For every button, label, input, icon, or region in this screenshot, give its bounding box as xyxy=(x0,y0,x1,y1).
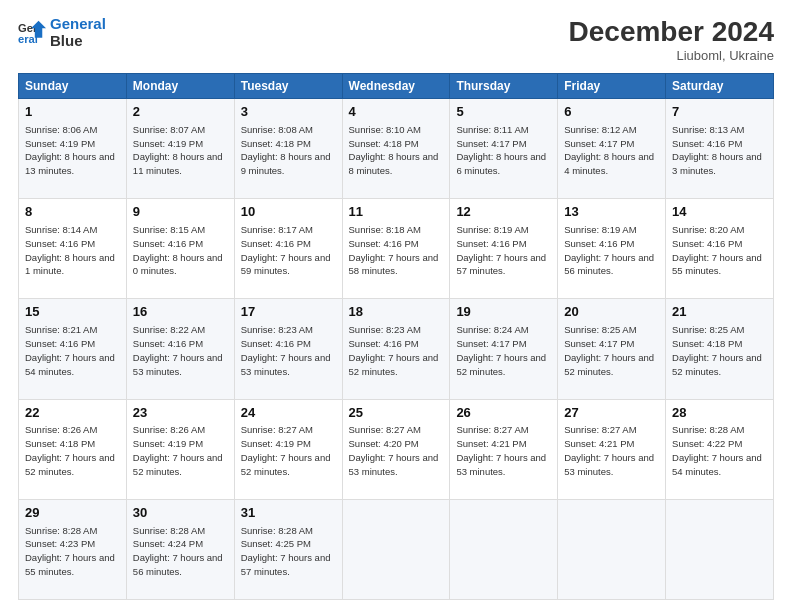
sunset-label: Sunset: 4:16 PM xyxy=(241,238,311,249)
day-number: 11 xyxy=(349,203,444,222)
sunset-label: Sunset: 4:19 PM xyxy=(25,138,95,149)
calendar-row: 22Sunrise: 8:26 AMSunset: 4:18 PMDayligh… xyxy=(19,399,774,499)
location-subtitle: Liuboml, Ukraine xyxy=(569,48,774,63)
day-number: 10 xyxy=(241,203,336,222)
col-thursday: Thursday xyxy=(450,74,558,99)
sunset-label: Sunset: 4:17 PM xyxy=(456,338,526,349)
daylight-label: Daylight: 7 hours and 58 minutes. xyxy=(349,252,439,277)
sunset-label: Sunset: 4:17 PM xyxy=(564,338,634,349)
logo-text: GeneralBlue xyxy=(50,16,106,49)
sunset-label: Sunset: 4:22 PM xyxy=(672,438,742,449)
logo-icon: Gen eral xyxy=(18,19,46,47)
calendar-cell: 23Sunrise: 8:26 AMSunset: 4:19 PMDayligh… xyxy=(126,399,234,499)
sunrise-label: Sunrise: 8:27 AM xyxy=(241,424,313,435)
sunrise-label: Sunrise: 8:06 AM xyxy=(25,124,97,135)
day-number: 23 xyxy=(133,404,228,423)
calendar-cell: 12Sunrise: 8:19 AMSunset: 4:16 PMDayligh… xyxy=(450,199,558,299)
daylight-label: Daylight: 7 hours and 52 minutes. xyxy=(25,452,115,477)
weekday-header-row: Sunday Monday Tuesday Wednesday Thursday… xyxy=(19,74,774,99)
sunrise-label: Sunrise: 8:21 AM xyxy=(25,324,97,335)
daylight-label: Daylight: 7 hours and 52 minutes. xyxy=(456,352,546,377)
sunrise-label: Sunrise: 8:12 AM xyxy=(564,124,636,135)
day-number: 18 xyxy=(349,303,444,322)
daylight-label: Daylight: 8 hours and 9 minutes. xyxy=(241,151,331,176)
calendar-row: 29Sunrise: 8:28 AMSunset: 4:23 PMDayligh… xyxy=(19,499,774,599)
sunrise-label: Sunrise: 8:25 AM xyxy=(564,324,636,335)
day-number: 12 xyxy=(456,203,551,222)
daylight-label: Daylight: 8 hours and 0 minutes. xyxy=(133,252,223,277)
daylight-label: Daylight: 7 hours and 52 minutes. xyxy=(349,352,439,377)
sunrise-label: Sunrise: 8:26 AM xyxy=(133,424,205,435)
sunrise-label: Sunrise: 8:15 AM xyxy=(133,224,205,235)
sunset-label: Sunset: 4:18 PM xyxy=(672,338,742,349)
calendar-cell: 7Sunrise: 8:13 AMSunset: 4:16 PMDaylight… xyxy=(666,99,774,199)
daylight-label: Daylight: 8 hours and 13 minutes. xyxy=(25,151,115,176)
daylight-label: Daylight: 7 hours and 52 minutes. xyxy=(133,452,223,477)
sunrise-label: Sunrise: 8:23 AM xyxy=(349,324,421,335)
sunset-label: Sunset: 4:16 PM xyxy=(672,138,742,149)
day-number: 5 xyxy=(456,103,551,122)
day-number: 13 xyxy=(564,203,659,222)
day-number: 14 xyxy=(672,203,767,222)
day-number: 8 xyxy=(25,203,120,222)
daylight-label: Daylight: 7 hours and 53 minutes. xyxy=(349,452,439,477)
sunset-label: Sunset: 4:17 PM xyxy=(456,138,526,149)
daylight-label: Daylight: 7 hours and 53 minutes. xyxy=(241,352,331,377)
day-number: 17 xyxy=(241,303,336,322)
sunrise-label: Sunrise: 8:10 AM xyxy=(349,124,421,135)
sunset-label: Sunset: 4:19 PM xyxy=(241,438,311,449)
sunset-label: Sunset: 4:16 PM xyxy=(349,238,419,249)
day-number: 29 xyxy=(25,504,120,523)
calendar-cell: 18Sunrise: 8:23 AMSunset: 4:16 PMDayligh… xyxy=(342,299,450,399)
calendar-cell xyxy=(342,499,450,599)
sunset-label: Sunset: 4:21 PM xyxy=(456,438,526,449)
col-sunday: Sunday xyxy=(19,74,127,99)
day-number: 15 xyxy=(25,303,120,322)
day-number: 16 xyxy=(133,303,228,322)
day-number: 21 xyxy=(672,303,767,322)
sunset-label: Sunset: 4:19 PM xyxy=(133,438,203,449)
day-number: 27 xyxy=(564,404,659,423)
calendar-cell xyxy=(558,499,666,599)
sunset-label: Sunset: 4:16 PM xyxy=(672,238,742,249)
daylight-label: Daylight: 8 hours and 4 minutes. xyxy=(564,151,654,176)
sunrise-label: Sunrise: 8:22 AM xyxy=(133,324,205,335)
sunrise-label: Sunrise: 8:20 AM xyxy=(672,224,744,235)
sunset-label: Sunset: 4:16 PM xyxy=(25,338,95,349)
sunrise-label: Sunrise: 8:25 AM xyxy=(672,324,744,335)
calendar-cell: 27Sunrise: 8:27 AMSunset: 4:21 PMDayligh… xyxy=(558,399,666,499)
calendar-cell: 26Sunrise: 8:27 AMSunset: 4:21 PMDayligh… xyxy=(450,399,558,499)
day-number: 19 xyxy=(456,303,551,322)
sunrise-label: Sunrise: 8:19 AM xyxy=(564,224,636,235)
sunset-label: Sunset: 4:18 PM xyxy=(241,138,311,149)
day-number: 20 xyxy=(564,303,659,322)
calendar-cell: 14Sunrise: 8:20 AMSunset: 4:16 PMDayligh… xyxy=(666,199,774,299)
sunrise-label: Sunrise: 8:24 AM xyxy=(456,324,528,335)
daylight-label: Daylight: 7 hours and 55 minutes. xyxy=(672,252,762,277)
title-block: December 2024 Liuboml, Ukraine xyxy=(569,16,774,63)
col-tuesday: Tuesday xyxy=(234,74,342,99)
calendar-cell: 17Sunrise: 8:23 AMSunset: 4:16 PMDayligh… xyxy=(234,299,342,399)
sunset-label: Sunset: 4:16 PM xyxy=(564,238,634,249)
day-number: 6 xyxy=(564,103,659,122)
day-number: 7 xyxy=(672,103,767,122)
sunset-label: Sunset: 4:17 PM xyxy=(564,138,634,149)
daylight-label: Daylight: 7 hours and 56 minutes. xyxy=(564,252,654,277)
day-number: 24 xyxy=(241,404,336,423)
daylight-label: Daylight: 7 hours and 56 minutes. xyxy=(133,552,223,577)
day-number: 3 xyxy=(241,103,336,122)
calendar-cell: 29Sunrise: 8:28 AMSunset: 4:23 PMDayligh… xyxy=(19,499,127,599)
daylight-label: Daylight: 7 hours and 52 minutes. xyxy=(564,352,654,377)
sunrise-label: Sunrise: 8:11 AM xyxy=(456,124,528,135)
calendar-cell: 8Sunrise: 8:14 AMSunset: 4:16 PMDaylight… xyxy=(19,199,127,299)
sunset-label: Sunset: 4:20 PM xyxy=(349,438,419,449)
daylight-label: Daylight: 8 hours and 3 minutes. xyxy=(672,151,762,176)
sunset-label: Sunset: 4:16 PM xyxy=(133,238,203,249)
day-number: 28 xyxy=(672,404,767,423)
daylight-label: Daylight: 7 hours and 57 minutes. xyxy=(241,552,331,577)
daylight-label: Daylight: 7 hours and 52 minutes. xyxy=(672,352,762,377)
day-number: 25 xyxy=(349,404,444,423)
daylight-label: Daylight: 7 hours and 59 minutes. xyxy=(241,252,331,277)
sunrise-label: Sunrise: 8:08 AM xyxy=(241,124,313,135)
sunrise-label: Sunrise: 8:28 AM xyxy=(672,424,744,435)
